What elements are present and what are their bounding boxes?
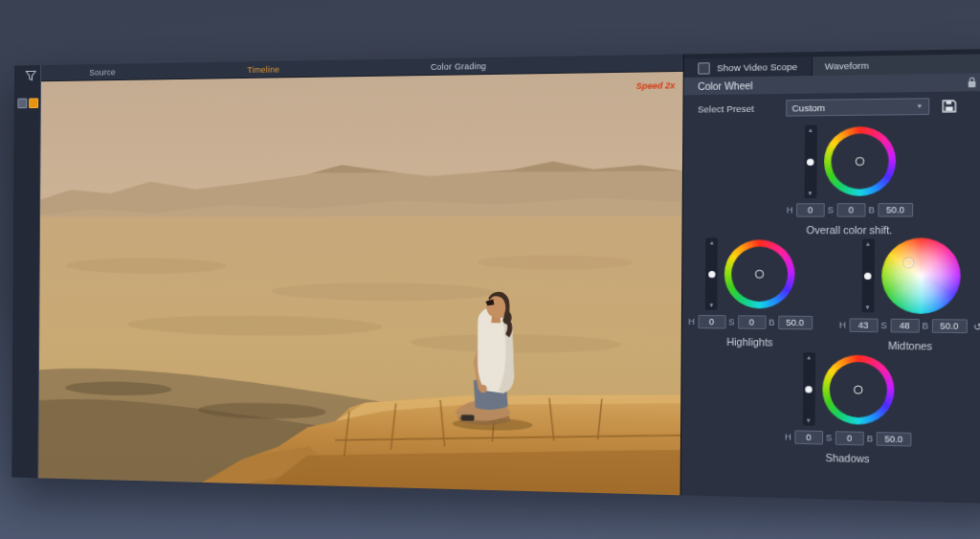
h-value-field[interactable]: 0	[698, 315, 725, 329]
highlights-brightness-slider[interactable]: ▲ ▼	[705, 237, 718, 310]
wheel-caption: Midtones	[888, 340, 932, 352]
desert-scene	[38, 72, 682, 495]
s-value-field[interactable]: 0	[836, 203, 865, 217]
b-label: B	[923, 321, 929, 331]
wheel-highlights: ▲ ▼ H 0 S 0 B 50.0 Highlights	[688, 237, 813, 350]
h-value-field[interactable]: 43	[849, 318, 878, 332]
wheel-caption: Shadows	[825, 452, 869, 464]
preset-value: Custom	[791, 101, 825, 113]
save-preset-button[interactable]	[942, 99, 956, 112]
overall-brightness-slider[interactable]: ▲ ▼	[804, 125, 816, 198]
slider-up-icon[interactable]: ▲	[709, 239, 715, 245]
preset-row: Select Preset Custom ▼	[683, 91, 980, 123]
wheel-caption: Overall color shift.	[806, 224, 892, 236]
tab-color-grading[interactable]: Color Grading	[365, 59, 554, 72]
wheel-caption: Highlights	[726, 336, 772, 348]
midtones-hsb-row: H 43 S 48 B 50.0 ↺	[839, 318, 980, 333]
active-tool-icon[interactable]	[29, 98, 38, 108]
select-preset-label: Select Preset	[698, 102, 776, 114]
shadows-hsb-row: H 0 S 0 B 50.0	[785, 430, 911, 446]
h-label: H	[787, 205, 793, 214]
h-value-field[interactable]: 0	[794, 430, 823, 444]
h-label: H	[839, 320, 846, 329]
panel-title: Color Wheel	[698, 80, 753, 92]
wheels-area: ▲ ▼ H 0 S 0 B 50.0 Overall color shift.	[681, 119, 980, 505]
s-value-field[interactable]: 0	[738, 315, 766, 329]
media-bin-icon[interactable]	[17, 99, 27, 109]
video-viewport[interactable]: Speed 2x	[38, 72, 682, 495]
left-toolbar-sliver	[11, 65, 41, 478]
b-value-field[interactable]: 50.0	[878, 203, 913, 217]
app-window: Source Timeline Color Grading	[11, 48, 980, 504]
reset-icon[interactable]: ↺	[973, 321, 980, 332]
s-label: S	[728, 317, 734, 326]
preset-dropdown[interactable]: Custom ▼	[786, 98, 929, 116]
s-value-field[interactable]: 48	[890, 319, 919, 333]
b-label: B	[768, 318, 774, 327]
wheel-selector[interactable]	[855, 157, 864, 166]
b-label: B	[868, 205, 875, 214]
wheel-shadows: ▲ ▼ H 0 S 0 B 50.0 Shadows	[785, 352, 912, 465]
color-wheel-panel: Show Video Scope Waveform Color Wheel Se…	[680, 48, 980, 504]
s-label: S	[880, 321, 887, 330]
slider-down-icon[interactable]: ▼	[806, 417, 812, 423]
wheel-selector[interactable]	[853, 385, 862, 393]
dropdown-caret-icon: ▼	[916, 103, 924, 109]
tab-source[interactable]: Source	[41, 66, 165, 78]
lock-icon[interactable]	[969, 80, 976, 86]
shadows-brightness-slider[interactable]: ▲ ▼	[802, 352, 814, 426]
highlights-hsb-row: H 0 S 0 B 50.0	[688, 315, 813, 330]
b-value-field[interactable]: 50.0	[778, 316, 813, 330]
slider-up-icon[interactable]: ▲	[865, 241, 871, 247]
filter-funnel-icon[interactable]	[26, 71, 36, 81]
s-label: S	[826, 433, 832, 442]
show-video-scope-label: Show Video Scope	[717, 61, 797, 74]
wheel-midtones: ▲ ▼ ↺ H 43 S 48	[839, 237, 980, 352]
wheel-selector[interactable]	[903, 258, 913, 267]
slider-down-icon[interactable]: ▼	[807, 191, 813, 196]
slider-down-icon[interactable]: ▼	[864, 304, 870, 310]
slider-handle[interactable]	[805, 386, 812, 393]
h-label: H	[785, 432, 791, 441]
wheel-overall: ▲ ▼ H 0 S 0 B 50.0 Overall color shift.	[787, 124, 914, 236]
slider-down-icon[interactable]: ▼	[708, 303, 714, 308]
speed-badge: Speed 2x	[636, 80, 676, 91]
s-value-field[interactable]: 0	[835, 431, 864, 445]
slider-handle[interactable]	[708, 270, 715, 277]
slider-handle[interactable]	[807, 158, 813, 165]
h-label: H	[688, 317, 695, 326]
b-label: B	[867, 434, 874, 444]
slider-up-icon[interactable]: ▲	[806, 354, 812, 360]
preview-pane: Source Timeline Color Grading	[38, 55, 683, 496]
h-value-field[interactable]: 0	[796, 203, 825, 217]
midtones-brightness-slider[interactable]: ▲ ▼	[861, 238, 874, 312]
tab-timeline[interactable]: Timeline	[165, 63, 365, 76]
s-label: S	[828, 205, 834, 214]
overall-hsb-row: H 0 S 0 B 50.0	[787, 203, 913, 217]
slider-handle[interactable]	[864, 272, 872, 279]
scope-type-selector[interactable]: Waveform	[812, 54, 980, 76]
slider-up-icon[interactable]: ▲	[808, 127, 813, 133]
b-value-field[interactable]: 50.0	[876, 432, 911, 446]
highlights-hue-wheel[interactable]	[724, 239, 795, 308]
b-value-field[interactable]: 50.0	[931, 319, 967, 333]
wheel-selector[interactable]	[755, 270, 765, 279]
midtones-hue-disc[interactable]	[880, 237, 960, 314]
overall-hue-wheel[interactable]	[823, 126, 896, 196]
shadows-hue-wheel[interactable]	[822, 354, 895, 425]
show-video-scope-checkbox[interactable]	[698, 62, 710, 74]
